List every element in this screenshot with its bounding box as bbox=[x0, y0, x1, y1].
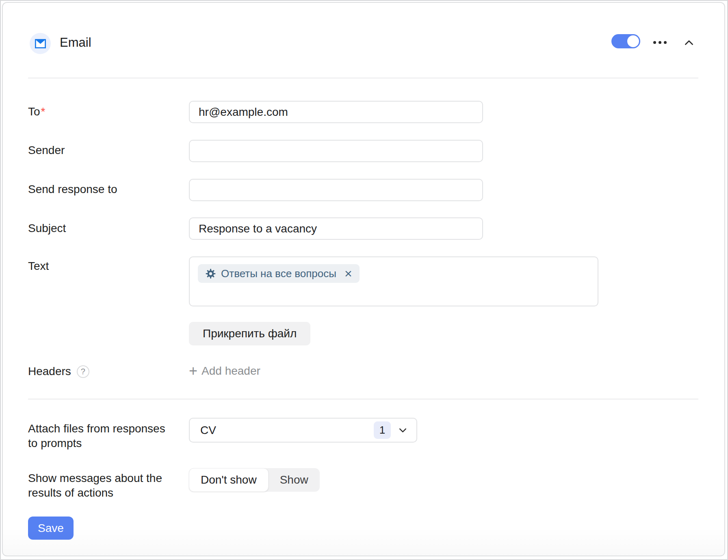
subject-label: Subject bbox=[28, 221, 66, 236]
gear-icon bbox=[205, 268, 216, 279]
dot-icon bbox=[664, 41, 667, 44]
help-icon[interactable]: ? bbox=[77, 365, 89, 378]
show-messages-segmented-control: Don't show Show bbox=[189, 468, 320, 492]
toggle-knob bbox=[627, 35, 639, 47]
section-divider bbox=[28, 399, 698, 399]
required-asterisk: * bbox=[41, 105, 46, 118]
send-response-to-label: Send response to bbox=[28, 182, 117, 197]
subject-input[interactable] bbox=[189, 217, 483, 240]
chevron-down-icon bbox=[397, 425, 408, 436]
dot-icon bbox=[659, 41, 661, 44]
chip-label: Ответы на все вопросы bbox=[221, 267, 336, 280]
attach-files-selected-value: CV bbox=[200, 424, 374, 437]
attach-files-label: Attach files from responses to prompts bbox=[28, 421, 174, 451]
send-response-to-input[interactable] bbox=[189, 179, 483, 201]
email-app-icon bbox=[30, 33, 51, 54]
show-messages-label: Show messages about the results of actio… bbox=[28, 471, 174, 500]
answers-variable-chip[interactable]: Ответы на все вопросы × bbox=[198, 264, 360, 283]
headers-label: Headers bbox=[28, 364, 71, 379]
more-options-button[interactable] bbox=[650, 35, 669, 49]
selected-count-badge: 1 bbox=[374, 421, 391, 439]
segment-dont-show[interactable]: Don't show bbox=[189, 468, 269, 492]
email-enabled-toggle[interactable] bbox=[611, 34, 640, 48]
text-label: Text bbox=[28, 259, 49, 273]
add-header-label: Add header bbox=[202, 365, 260, 378]
segment-show[interactable]: Show bbox=[269, 468, 320, 492]
sender-label: Sender bbox=[28, 143, 65, 158]
collapse-button[interactable] bbox=[683, 37, 695, 49]
email-settings-card: Email To* Sender Send response to Subjec… bbox=[2, 2, 725, 556]
plus-icon: + bbox=[189, 364, 197, 378]
page-title: Email bbox=[60, 35, 91, 50]
add-header-button[interactable]: + Add header bbox=[189, 364, 260, 378]
header-divider bbox=[28, 78, 698, 78]
to-label: To* bbox=[28, 104, 45, 119]
chip-close-icon[interactable]: × bbox=[344, 267, 352, 280]
attach-files-select[interactable]: CV 1 bbox=[189, 418, 417, 443]
chevron-up-icon bbox=[683, 37, 695, 49]
dot-icon bbox=[653, 41, 656, 44]
attach-file-button[interactable]: Прикрепить файл bbox=[189, 322, 310, 345]
sender-input[interactable] bbox=[189, 140, 483, 162]
envelope-icon bbox=[35, 39, 46, 48]
text-editor[interactable]: Ответы на все вопросы × bbox=[189, 256, 598, 306]
save-button[interactable]: Save bbox=[28, 517, 74, 540]
to-input[interactable] bbox=[189, 101, 483, 123]
